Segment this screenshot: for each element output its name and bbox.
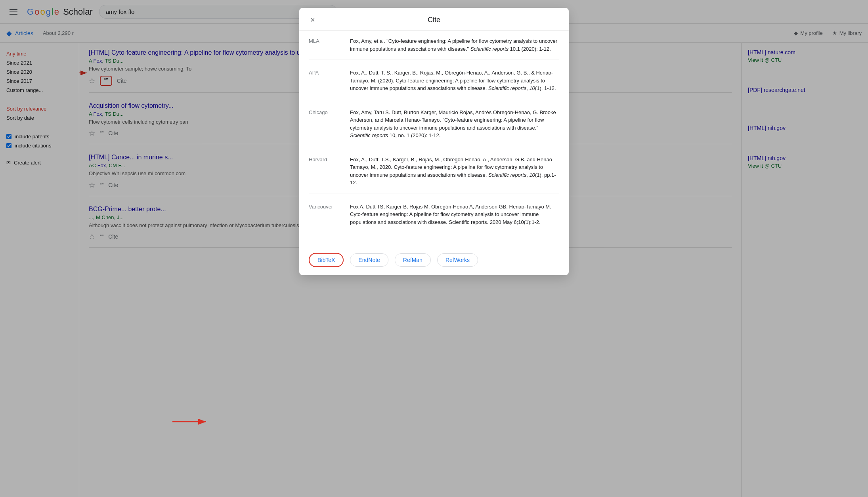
cite-style-vancouver: Vancouver [309, 203, 340, 226]
cite-modal-overlay: × Cite MLA Fox, Amy, et al. "Cyto-featur… [0, 0, 868, 497]
cite-text-apa: Fox, A., Dutt, T. S., Karger, B., Rojas,… [350, 69, 559, 92]
cite-row-chicago: Chicago Fox, Amy, Taru S. Dutt, Burton K… [309, 109, 559, 146]
cite-modal: × Cite MLA Fox, Amy, et al. "Cyto-featur… [299, 8, 569, 275]
cite-row-mla: MLA Fox, Amy, et al. "Cyto-feature engin… [309, 37, 559, 59]
cite-style-harvard: Harvard [309, 156, 340, 187]
modal-title: Cite [428, 16, 440, 24]
cite-row-harvard: Harvard Fox, A., Dutt, T.S., Karger, B.,… [309, 156, 559, 193]
refman-button[interactable]: RefMan [395, 253, 431, 267]
arrow-annotation-bibtex [170, 414, 210, 430]
cite-text-vancouver: Fox A, Dutt TS, Karger B, Rojas M, Obreg… [350, 203, 559, 226]
modal-close-button[interactable]: × [307, 14, 318, 26]
modal-header: × Cite [299, 8, 569, 31]
cite-style-mla: MLA [309, 37, 340, 53]
endnote-button[interactable]: EndNote [350, 253, 388, 267]
cite-row-vancouver: Vancouver Fox A, Dutt TS, Karger B, Roja… [309, 203, 559, 233]
cite-style-apa: APA [309, 69, 340, 92]
cite-text-harvard: Fox, A., Dutt, T.S., Karger, B., Rojas, … [350, 156, 559, 187]
cite-style-chicago: Chicago [309, 109, 340, 140]
modal-footer: BibTeX EndNote RefMan RefWorks [299, 248, 569, 275]
bibtex-button[interactable]: BibTeX [309, 253, 344, 267]
modal-body: MLA Fox, Amy, et al. "Cyto-feature engin… [299, 31, 569, 248]
refworks-button[interactable]: RefWorks [437, 253, 478, 267]
cite-text-mla: Fox, Amy, et al. "Cyto-feature engineeri… [350, 37, 559, 53]
cite-text-chicago: Fox, Amy, Taru S. Dutt, Burton Karger, M… [350, 109, 559, 140]
cite-row-apa: APA Fox, A., Dutt, T. S., Karger, B., Ro… [309, 69, 559, 99]
